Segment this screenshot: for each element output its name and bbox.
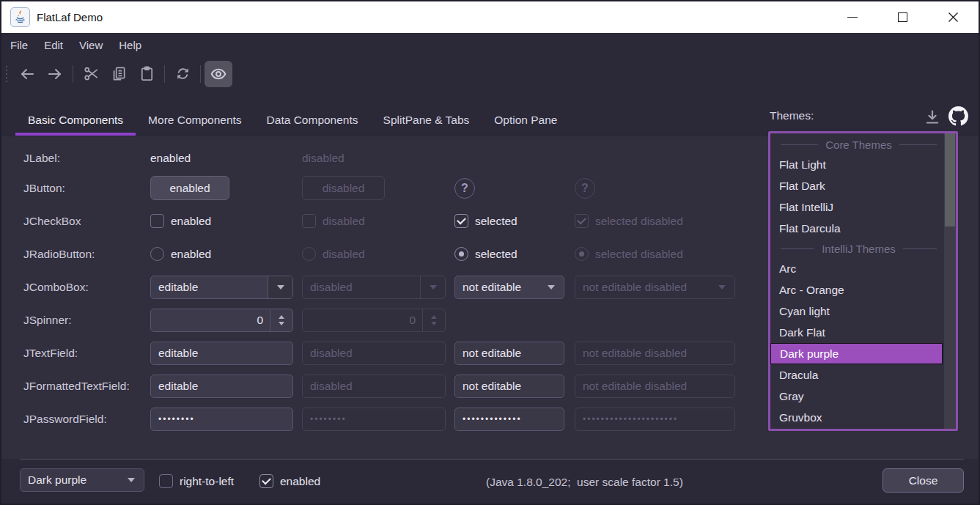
row-label-jformattedtextfield: JFormattedTextField: (23, 380, 150, 393)
jformattedtextfield-not-editable[interactable]: not editable (454, 375, 564, 398)
minimize-button[interactable] (827, 1, 877, 33)
tab-more-components[interactable]: More Components (136, 104, 254, 136)
refresh-icon (174, 65, 191, 82)
theme-item-flat-light[interactable]: Flat Light (770, 154, 943, 175)
spinner-down-icon (431, 322, 437, 325)
jcheckbox-selected[interactable]: selected (454, 214, 517, 228)
bottom-bar: Dark purple right-to-left enabled (Java … (1, 459, 979, 504)
jformattedtextfield-disabled: disabled (302, 375, 446, 398)
github-icon (948, 106, 968, 126)
theme-item-dark-purple[interactable]: Dark purple (770, 343, 943, 364)
close-button[interactable]: Close (883, 468, 964, 493)
theme-item-dracula[interactable]: Dracula (770, 364, 943, 386)
download-icon (924, 108, 941, 126)
chevron-down-icon (430, 285, 437, 290)
scrollbar-thumb[interactable] (945, 133, 955, 226)
tab-splitpane-tabs[interactable]: SplitPane & Tabs (371, 104, 482, 136)
back-button[interactable] (13, 61, 41, 87)
radio-icon (302, 247, 316, 261)
jpasswordfield-not-editable[interactable]: ••••••••••••• (454, 408, 564, 431)
titlebar: FlatLaf Demo (1, 1, 979, 33)
theme-item-arc-orange[interactable]: Arc - Orange (770, 279, 943, 301)
refresh-button[interactable] (169, 61, 196, 87)
spinner-arrows (422, 309, 445, 331)
download-themes-button[interactable] (924, 108, 941, 126)
jpasswordfield-editable[interactable]: •••••••• (150, 408, 293, 431)
theme-item-flat-dark[interactable]: Flat Dark (770, 175, 943, 196)
maximize-button[interactable] (877, 1, 928, 33)
right-to-left-checkbox[interactable]: right-to-left (159, 474, 234, 488)
tab-option-pane[interactable]: Option Pane (482, 104, 570, 136)
menu-edit[interactable]: Edit (36, 33, 71, 57)
forward-button[interactable] (41, 61, 69, 87)
toolbar-separator (200, 65, 201, 83)
jtextfield-not-editable[interactable]: not editable (454, 342, 564, 365)
paste-button[interactable] (133, 61, 161, 87)
app-window: FlatLaf Demo File Edit View Help (0, 0, 980, 505)
theme-selector-combo[interactable]: Dark purple (20, 468, 144, 492)
row-label-jpasswordfield: JPasswordField: (23, 413, 150, 426)
jpasswordfield-disabled: •••••••• (302, 408, 446, 431)
jspinner[interactable]: 0 (150, 309, 293, 332)
theme-item-arc[interactable]: Arc (770, 258, 943, 279)
spinner-down-icon (279, 322, 284, 325)
status-text: (Java 1.8.0_202; user scale factor 1.5) (486, 476, 683, 489)
themes-scrollbar[interactable] (944, 133, 956, 429)
paste-icon (139, 65, 155, 82)
checkbox-checked-icon (575, 214, 589, 228)
spinner-arrows[interactable] (270, 309, 292, 331)
chevron-down-icon (718, 285, 726, 290)
jcheckbox-selected-disabled: selected disabled (575, 214, 683, 228)
menu-file[interactable]: File (2, 33, 36, 57)
combo-arrow-button[interactable] (268, 276, 292, 298)
jtextfield-editable[interactable]: editable (150, 342, 293, 365)
row-label-jcheckbox: JCheckBox (23, 215, 150, 228)
jradiobutton-enabled[interactable]: enabled (150, 247, 211, 261)
theme-item-gray[interactable]: Gray (770, 386, 943, 407)
spinner-up-icon (279, 315, 284, 319)
jradiobutton-disabled: disabled (302, 247, 365, 261)
jbutton-help-disabled: ? (575, 178, 595, 199)
jbutton-enabled[interactable]: enabled (150, 176, 229, 200)
enabled-checkbox[interactable]: enabled (259, 474, 320, 488)
jcombobox-not-editable-disabled: not editable disabled (575, 276, 735, 299)
theme-item-flat-intellij[interactable]: Flat IntelliJ (770, 196, 943, 218)
show-hidden-toggle-button[interactable] (205, 61, 232, 87)
jspinner-disabled: 0 (302, 309, 446, 332)
menu-view[interactable]: View (71, 33, 111, 57)
tab-basic-components[interactable]: Basic Components (15, 104, 136, 136)
themes-label: Themes: (770, 109, 814, 122)
themes-list[interactable]: Core ThemesFlat LightFlat DarkFlat Intel… (768, 131, 958, 431)
jcombobox-not-editable[interactable]: not editable (454, 276, 564, 299)
jradiobutton-selected[interactable]: selected (454, 247, 517, 261)
cut-button[interactable] (77, 61, 105, 87)
menu-help[interactable]: Help (111, 33, 150, 57)
row-label-jtextfield: JTextField: (23, 347, 150, 360)
radio-selected-icon (575, 247, 589, 261)
close-window-button[interactable] (928, 1, 979, 33)
toolbar-grip[interactable] (6, 66, 7, 82)
jbutton-help[interactable]: ? (454, 178, 475, 199)
row-label-jspinner: JSpinner: (23, 314, 150, 327)
jpasswordfield-not-editable-disabled: ••••••••••••••••••••• (575, 408, 735, 431)
jlabel-disabled: disabled (302, 152, 345, 165)
theme-item-cyan-light[interactable]: Cyan light (770, 301, 943, 322)
copy-icon (111, 65, 128, 82)
jcheckbox-enabled[interactable]: enabled (150, 214, 211, 228)
combo-arrow-button (420, 276, 445, 298)
radio-selected-icon (454, 247, 468, 261)
copy-button[interactable] (105, 61, 133, 87)
eye-icon (210, 65, 227, 83)
jformattedtextfield-editable[interactable]: editable (150, 375, 293, 398)
chevron-down-icon (128, 478, 135, 482)
tab-data-components[interactable]: Data Components (254, 104, 371, 136)
github-link[interactable] (948, 106, 968, 126)
menubar: File Edit View Help (1, 33, 979, 57)
jtextfield-not-editable-disabled: not editable disabled (575, 342, 735, 365)
jcheckbox-disabled: disabled (302, 214, 365, 228)
theme-item-dark-flat[interactable]: Dark Flat (770, 322, 943, 343)
theme-item-flat-darcula[interactable]: Flat Darcula (770, 218, 943, 239)
jcombobox-editable[interactable]: editable (150, 276, 293, 299)
theme-item-gruvbox[interactable]: Gruvbox (770, 407, 943, 428)
minimize-icon (847, 17, 858, 18)
